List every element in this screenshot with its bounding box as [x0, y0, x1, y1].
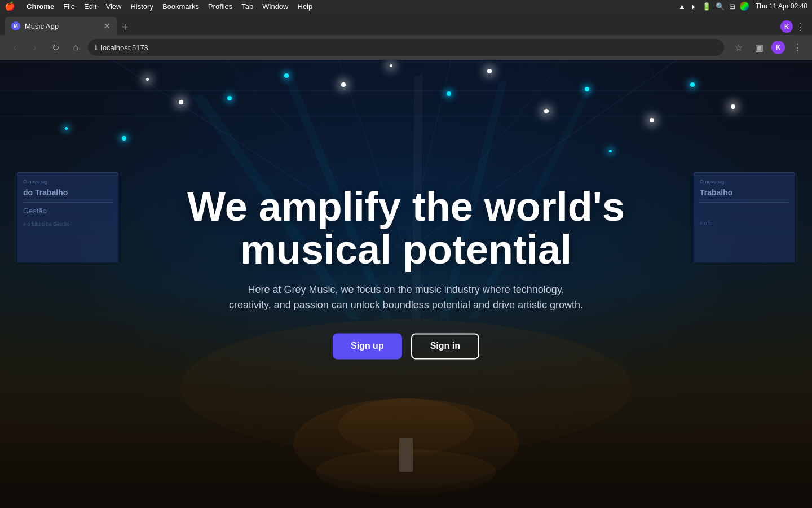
lock-icon: ℹ [95, 43, 98, 51]
hero-buttons: Sign up Sign in [152, 334, 660, 360]
home-button[interactable]: ⌂ [68, 40, 83, 55]
back-button[interactable]: ‹ [7, 40, 23, 55]
bookmark-star-icon[interactable]: ☆ [731, 40, 747, 55]
menubar-bookmarks[interactable]: Bookmarks [162, 2, 199, 11]
stage-light-3 [447, 91, 451, 96]
stage-light-8 [284, 73, 289, 78]
split-view-icon[interactable]: ▣ [751, 40, 767, 55]
stage-light-14 [146, 78, 149, 81]
tab-favicon: M [11, 21, 20, 30]
profile-avatar[interactable]: K [780, 20, 793, 33]
signin-button[interactable]: Sign in [411, 334, 479, 360]
menubar-help[interactable]: Help [298, 2, 313, 11]
stage-light-1 [227, 96, 232, 100]
new-tab-button[interactable]: + [122, 21, 129, 33]
active-tab[interactable]: M Music App ✕ [5, 17, 117, 35]
menubar-view[interactable]: View [105, 2, 121, 11]
menubar-tab[interactable]: Tab [241, 2, 253, 11]
hero-subtitle: Here at Grey Music, we focus on the musi… [226, 283, 586, 313]
menubar-window[interactable]: Window [262, 2, 288, 11]
address-text: localhost:5173 [101, 43, 148, 52]
menubar-time: Thu 11 Apr 02:40 [756, 2, 807, 10]
menubar-chrome[interactable]: Chrome [27, 2, 54, 11]
menubar-edit[interactable]: Edit [84, 2, 96, 11]
tab-menu-button[interactable]: ⋮ [795, 20, 805, 33]
stage-light-15 [609, 150, 612, 152]
webpage-content: O novo sig do Trabalho Gestão e o futuro… [0, 60, 812, 508]
stage-speaker-silhouette [399, 438, 413, 472]
chrome-tabbar: M Music App ✕ + K ⋮ [0, 12, 812, 35]
menubar-profiles[interactable]: Profiles [208, 2, 232, 11]
stage-light-12 [487, 69, 492, 73]
apple-menu-icon[interactable]: 🍎 [5, 1, 15, 11]
stage-light-2 [341, 82, 346, 87]
reload-button[interactable]: ↻ [47, 40, 63, 55]
menubar-icons: ▲ ⏵ 🔋 🔍 ⊞ [678, 2, 749, 11]
profile-icon[interactable]: K [771, 41, 785, 54]
forward-button[interactable]: › [27, 40, 43, 55]
stage-light-9 [122, 136, 126, 141]
extension-icon[interactable]: ⋮ [789, 40, 805, 55]
side-screen-right: O novo sig Trabalho e o fu [694, 172, 795, 262]
hero-section: We amplify the world's musical potential… [152, 186, 660, 359]
side-screen-right-text: O novo sig Trabalho e o fu [694, 173, 795, 233]
tab-close-button[interactable]: ✕ [104, 21, 111, 30]
side-screen-left-text: O novo sig do Trabalho Gestão e o futuro… [17, 173, 118, 234]
stage-light-6 [585, 87, 589, 91]
signup-button[interactable]: Sign up [333, 334, 402, 360]
menubar-file[interactable]: File [63, 2, 75, 11]
side-screen-left: O novo sig do Trabalho Gestão e o futuro… [17, 172, 118, 262]
tab-title: Music App [25, 22, 99, 30]
macos-menubar: 🍎 Chrome File Edit View History Bookmark… [0, 0, 812, 12]
chrome-addressbar: ‹ › ↻ ⌂ ℹ localhost:5173 ☆ ▣ K ⋮ [0, 35, 812, 60]
address-bar[interactable]: ℹ localhost:5173 [88, 39, 724, 56]
hero-title: We amplify the world's musical potential [152, 186, 660, 271]
menubar-history[interactable]: History [130, 2, 153, 11]
stage-light-10 [690, 82, 695, 87]
